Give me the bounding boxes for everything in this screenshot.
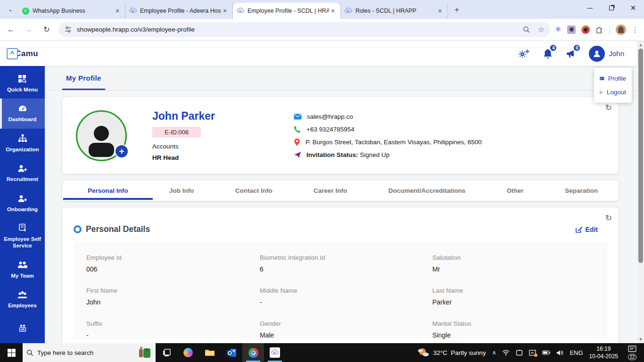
- tab-separation[interactable]: Separation: [563, 181, 600, 200]
- chrome-taskbar-button[interactable]: [242, 343, 264, 362]
- date: 10-04-2025: [589, 353, 618, 360]
- browser-tab-strip: ⌄ ✆ WhatsApp Business ✕ Employee Profile…: [0, 0, 644, 19]
- notification-center-button[interactable]: 22: [624, 343, 640, 362]
- task-view-button[interactable]: [156, 343, 177, 362]
- logout-icon: [600, 89, 603, 96]
- back-icon[interactable]: ←: [4, 23, 18, 37]
- refresh-icon[interactable]: ↻: [605, 103, 612, 113]
- language-indicator[interactable]: ENG: [570, 349, 583, 356]
- browser-profile-avatar[interactable]: [616, 25, 626, 35]
- tab-employee-profile-scdl-active[interactable]: Employee Profile - SCDL | HRAP ✕: [233, 3, 340, 19]
- extension-orange-icon[interactable]: [581, 25, 590, 34]
- paper-plane-icon: [294, 151, 301, 158]
- tab-other[interactable]: Other: [505, 181, 526, 200]
- dashboard-icon: [2, 103, 43, 114]
- taskbar-search-box[interactable]: Type here to search: [23, 343, 156, 362]
- employee-address: P. Burgos Street, Tacloban, Eastern Visa…: [305, 139, 482, 146]
- field-last-name: Last NameParker: [432, 287, 607, 306]
- menu-item-profile[interactable]: Profile: [600, 72, 626, 85]
- sidebar-item-employees[interactable]: Employees: [0, 285, 45, 314]
- field-marital-status: Marital StatusSingle: [432, 320, 607, 339]
- refresh-icon[interactable]: ↻: [605, 213, 612, 223]
- extensions-puzzle-icon[interactable]: [595, 25, 604, 34]
- menu-item-logout[interactable]: Logout: [600, 85, 626, 99]
- forward-icon[interactable]: →: [22, 23, 36, 37]
- browser-menu-icon[interactable]: ⋮: [632, 26, 638, 33]
- avatar-add-photo-button[interactable]: +: [115, 144, 129, 158]
- weather-desc: Partly sunny: [451, 349, 486, 356]
- employee-email[interactable]: sales@hrapp.co: [307, 113, 353, 120]
- tab-job-info[interactable]: Job Info: [167, 181, 196, 200]
- site-settings-icon[interactable]: [64, 25, 72, 33]
- announcement-megaphone-icon[interactable]: 0: [565, 48, 577, 59]
- minimize-button[interactable]: —: [579, 0, 601, 16]
- close-button[interactable]: ✕: [622, 0, 644, 16]
- reload-icon[interactable]: ↻: [40, 23, 54, 37]
- bookmark-star-icon[interactable]: ☆: [537, 25, 544, 34]
- settings-gears-icon[interactable]: [518, 49, 530, 59]
- tab-personal-info[interactable]: Personal Info: [86, 181, 130, 200]
- weather-widget[interactable]: 32°C Partly sunny: [417, 347, 486, 358]
- tab-document-accreditations[interactable]: Document/Accreditations: [387, 181, 468, 200]
- sidebar-item-dashboard[interactable]: Dashboard: [0, 99, 45, 128]
- tab-contact-info[interactable]: Contact Info: [233, 181, 274, 200]
- extension-flower-icon[interactable]: ✳: [555, 25, 561, 34]
- hrapp-favicon: [237, 7, 244, 15]
- restore-button[interactable]: [601, 0, 622, 16]
- cast-status-icon[interactable]: [529, 350, 536, 356]
- employee-name: John Parker: [152, 110, 275, 123]
- sidebar-item-onboarding[interactable]: Onboarding: [0, 189, 45, 218]
- user-chip[interactable]: John: [589, 46, 624, 62]
- tab-close-icon[interactable]: ✕: [329, 7, 337, 15]
- tab-close-icon[interactable]: ✕: [221, 7, 229, 15]
- file-explorer-button[interactable]: [199, 343, 221, 362]
- sidebar-item-employee-self-service[interactable]: Employee Self Service: [0, 218, 45, 255]
- user-avatar-icon: [589, 46, 605, 62]
- tab-close-icon[interactable]: ✕: [436, 7, 444, 15]
- employee-designation: HR Head: [152, 154, 275, 161]
- tab-close-icon[interactable]: ✕: [114, 7, 121, 15]
- hrapp-taskbar-button[interactable]: [264, 343, 286, 362]
- tab-career-info[interactable]: Career Info: [312, 181, 349, 200]
- employee-avatar[interactable]: +: [76, 110, 127, 161]
- battery-icon[interactable]: [542, 350, 550, 355]
- edit-button[interactable]: Edit: [576, 226, 598, 233]
- scroll-down-icon[interactable]: ▼: [637, 337, 644, 342]
- url-text[interactable]: showpeople.hrapp.co/v3/employee-profile: [77, 26, 522, 33]
- zoom-icon[interactable]: [522, 25, 531, 34]
- sidebar-item-partial[interactable]: HR: [0, 314, 45, 339]
- scrollbar-thumb[interactable]: [638, 49, 643, 263]
- page-scrollbar[interactable]: ▲ ▼: [637, 41, 644, 343]
- tab-roles-scdl[interactable]: Roles - SCDL | HRAPP ✕: [340, 3, 448, 19]
- notification-bell-icon[interactable]: 4: [543, 48, 553, 59]
- scroll-up-icon[interactable]: ▲: [637, 42, 644, 47]
- invitation-status-value: Signed Up: [360, 151, 389, 158]
- start-button[interactable]: [0, 343, 23, 362]
- sidebar-item-recruitment[interactable]: Recruitment: [0, 158, 45, 188]
- camu-logo[interactable]: ^ Camu: [7, 48, 38, 59]
- outlook-button[interactable]: [221, 343, 242, 362]
- wifi-icon[interactable]: [502, 350, 510, 355]
- new-tab-button[interactable]: +: [451, 4, 463, 16]
- tab-title: Roles - SCDL | HRAPP: [355, 8, 436, 14]
- clock-widget[interactable]: 16:19 10-04-2025: [589, 345, 618, 360]
- url-bar[interactable]: showpeople.hrapp.co/v3/employee-profile …: [58, 22, 550, 37]
- search-highlight-image[interactable]: [138, 346, 152, 359]
- profile-section-tabs: Personal Info Job Info Contact Info Care…: [62, 181, 619, 201]
- my-profile-tab[interactable]: My Profile: [62, 74, 105, 90]
- field-employee-id: Employee Id006: [86, 254, 260, 273]
- search-icon: [26, 349, 33, 356]
- copilot-button[interactable]: [177, 343, 199, 362]
- employee-phone[interactable]: +63 9324785954: [306, 126, 355, 133]
- tab-employee-profile-adeera[interactable]: Employee Profile - Adeera Hosp ✕: [125, 3, 233, 19]
- device-icon[interactable]: [516, 350, 523, 356]
- tab-search-button[interactable]: ⌄: [4, 3, 17, 16]
- sidebar-item-my-team[interactable]: My Team: [0, 255, 45, 285]
- tab-whatsapp[interactable]: ✆ WhatsApp Business ✕: [18, 3, 125, 19]
- sidebar-item-organization[interactable]: Organization: [0, 129, 45, 158]
- sidebar-item-quick-menu[interactable]: Quick Menu: [0, 66, 45, 99]
- field-middle-name: Middle Name-: [260, 287, 432, 306]
- volume-icon[interactable]: [556, 350, 563, 356]
- extension-lens-icon[interactable]: [567, 25, 576, 34]
- tray-chevron-icon[interactable]: ∧: [492, 349, 496, 356]
